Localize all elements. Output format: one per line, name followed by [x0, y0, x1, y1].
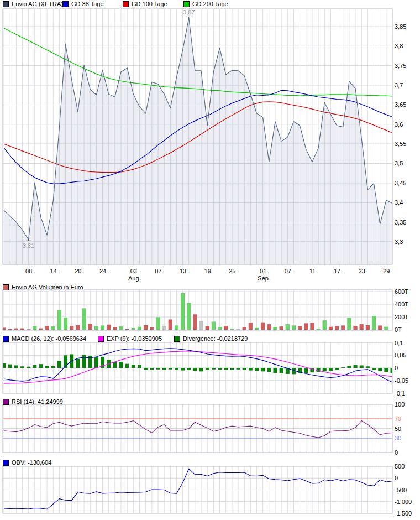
svg-text:0: 0 [395, 449, 398, 456]
svg-text:30: 30 [395, 435, 401, 441]
legend-label: GD 200 Tage [192, 1, 228, 8]
svg-text:3,3: 3,3 [395, 238, 403, 245]
svg-text:3,4: 3,4 [395, 199, 403, 206]
legend-item-gd100: GD 100 Tage [123, 1, 167, 8]
svg-text:Sep.: Sep. [258, 275, 270, 282]
svg-text:3,31: 3,31 [23, 242, 34, 249]
legend-item-volume: Envio AG Volumen in Euro [3, 284, 83, 291]
legend-item-divergence: Divergence: -0,0218729 [174, 335, 248, 342]
legend-item-gd200: GD 200 Tage [183, 1, 228, 8]
price-series-swatch [3, 1, 9, 7]
svg-text:0T: 0T [395, 326, 402, 333]
svg-text:3,55: 3,55 [395, 141, 406, 147]
legend-item-price-series: Envio AG (XETRA) [3, 1, 63, 8]
svg-text:Aug.: Aug. [128, 275, 141, 282]
svg-text:-1.500: -1.500 [395, 510, 412, 517]
macd-legend: MACD (26, 12): -0,0569634 EXP (9): -0,03… [0, 335, 420, 342]
svg-text:3,6: 3,6 [395, 121, 403, 128]
svg-text:-500: -500 [395, 487, 407, 493]
legend-item-gd38: GD 38 Tage [62, 1, 104, 8]
svg-text:24.: 24. [99, 268, 108, 274]
svg-text:11.: 11. [309, 268, 317, 274]
divergence-swatch [174, 336, 180, 342]
svg-text:0: 0 [395, 365, 398, 371]
svg-text:14.: 14. [50, 268, 59, 274]
svg-text:20.: 20. [75, 268, 83, 274]
svg-text:3,8: 3,8 [395, 43, 403, 49]
legend-item-exp: EXP (9): -0,0350905 [98, 335, 162, 342]
chart-canvas: 3,853,83,753,73,653,63,553,53,453,43,353… [0, 0, 420, 520]
macd-swatch [3, 336, 9, 342]
svg-text:400T: 400T [395, 301, 408, 308]
svg-text:3,45: 3,45 [395, 180, 406, 186]
svg-text:0,05: 0,05 [395, 352, 406, 358]
svg-text:-0,1: -0,1 [395, 390, 405, 397]
svg-text:17.: 17. [334, 268, 342, 274]
svg-text:07.: 07. [155, 268, 163, 274]
svg-text:50: 50 [395, 425, 401, 432]
gd38-swatch [62, 1, 69, 7]
svg-text:08.: 08. [25, 268, 34, 274]
gd100-swatch [123, 1, 129, 7]
legend-label: MACD (26, 12): -0,0569634 [12, 335, 86, 342]
legend-label: GD 100 Tage [132, 1, 167, 8]
svg-text:3,75: 3,75 [395, 63, 406, 69]
svg-text:23.: 23. [359, 268, 367, 274]
svg-text:3,65: 3,65 [395, 101, 406, 108]
legend-item-rsi: RSI (14): 41,24999 [3, 398, 63, 405]
svg-text:19.: 19. [204, 268, 213, 274]
svg-text:25.: 25. [229, 268, 237, 274]
legend-label: RSI (14): 41,24999 [12, 398, 63, 405]
legend-label: GD 38 Tage [71, 1, 104, 8]
volume-legend: Envio AG Volumen in Euro [0, 284, 420, 291]
svg-text:07.: 07. [285, 268, 293, 274]
svg-text:70: 70 [395, 415, 401, 422]
legend-label: EXP (9): -0,0350905 [107, 335, 162, 342]
obv-swatch [3, 460, 9, 466]
gd200-swatch [183, 1, 190, 7]
legend-label: Envio AG Volumen in Euro [12, 284, 83, 291]
legend-item-macd: MACD (26, 12): -0,0569634 [3, 335, 86, 342]
obv-legend: OBV: -130,604 [0, 459, 420, 466]
legend-label: Divergence: -0,0218729 [183, 335, 248, 342]
svg-text:0: 0 [395, 475, 398, 481]
svg-text:3,5: 3,5 [395, 160, 403, 167]
svg-text:-1.000: -1.000 [395, 498, 412, 505]
legend-label: OBV: -130,604 [12, 459, 51, 466]
svg-text:29.: 29. [383, 268, 391, 274]
legend-label: Envio AG (XETRA) [12, 1, 63, 8]
price-legend: Envio AG (XETRA) GD 38 Tage GD 100 Tage … [0, 1, 420, 8]
svg-text:3,85: 3,85 [395, 23, 406, 30]
volume-swatch [3, 284, 9, 290]
svg-text:01.: 01. [260, 268, 268, 274]
svg-text:200T: 200T [395, 314, 408, 320]
svg-text:03.: 03. [130, 268, 139, 274]
exp-swatch [98, 336, 104, 342]
svg-text:-0,05: -0,05 [395, 377, 408, 384]
rsi-legend: RSI (14): 41,24999 [0, 398, 420, 405]
stock-chart: 3,853,83,753,73,653,63,553,53,453,43,353… [0, 0, 420, 520]
svg-text:3,7: 3,7 [395, 82, 403, 89]
legend-item-obv: OBV: -130,604 [3, 459, 51, 466]
svg-text:3,87: 3,87 [183, 9, 195, 15]
svg-text:13.: 13. [180, 268, 188, 274]
rsi-swatch [3, 399, 9, 405]
svg-text:3,35: 3,35 [395, 219, 406, 226]
